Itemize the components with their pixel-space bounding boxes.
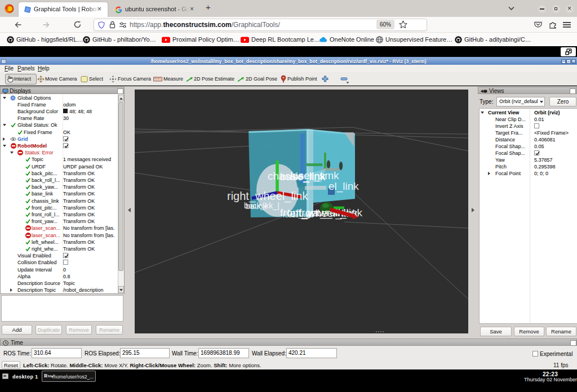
svg-text:el_link: el_link: [329, 180, 359, 193]
svg-text:bauck: bauck: [246, 202, 267, 211]
